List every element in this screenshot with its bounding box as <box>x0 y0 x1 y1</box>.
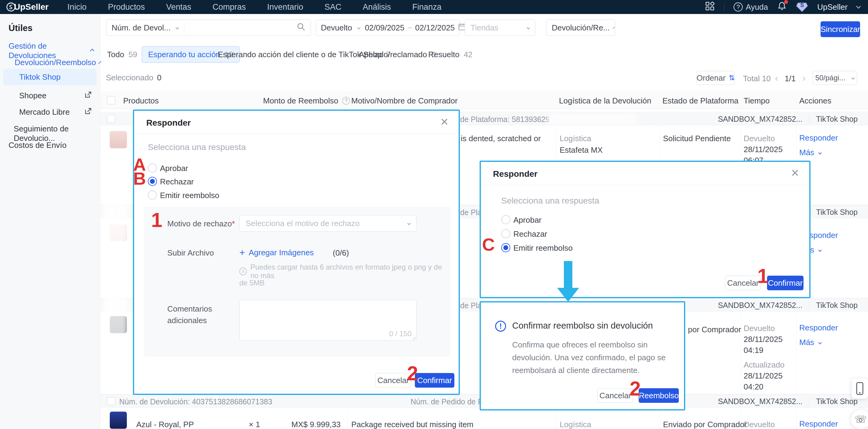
refund-amount: MX$ 9.999,33 <box>271 420 341 429</box>
tab-count: 59 <box>128 50 137 59</box>
sidebar-item-seguimiento[interactable]: Seguimiento de Devolucio... <box>14 124 100 143</box>
tab-apelado-reclamado[interactable]: Apelado/reclamado 0 <box>359 46 436 63</box>
page-next-icon[interactable]: › <box>802 72 806 84</box>
close-icon[interactable]: × <box>440 115 448 128</box>
account-name[interactable]: UpSeller <box>817 2 848 12</box>
tab-resuelto[interactable]: Resuelto 42 <box>428 46 473 63</box>
page-size-select[interactable]: 50/pági... <box>813 71 857 85</box>
sidebar-item-costos-envio[interactable]: Costos de Envío <box>8 141 67 150</box>
stores-select[interactable]: Tiendas <box>465 20 535 36</box>
contact-phone-widget[interactable]: ☏ <box>851 409 868 429</box>
response-prompt: Selecciona una respuesta <box>148 143 246 152</box>
modal-divider <box>134 134 459 134</box>
store-name: SANDBOX_MX742852... <box>718 115 802 124</box>
radio-label-emitir[interactable]: Emitir reembolso <box>160 191 219 200</box>
date-type-value: Devuelto <box>321 23 352 33</box>
account-chevron-down-icon[interactable] <box>856 4 861 8</box>
sidebar-item-mercado-libre[interactable]: Mercado Libre <box>19 107 92 117</box>
tab-todo[interactable]: Todo 59 <box>107 46 137 63</box>
refund-button[interactable]: Reembolso <box>639 388 679 403</box>
radio-label-aprobar[interactable]: Aprobar <box>160 164 188 173</box>
sidebar-item-tiktok-shop[interactable]: Tiktok Shop <box>3 69 97 85</box>
chevron-down-icon <box>613 27 615 29</box>
date-range-picker[interactable]: 02/09/2025 ~ 02/12/2025 <box>365 23 466 33</box>
nav-item-productos[interactable]: Productos <box>108 2 145 12</box>
reason-placeholder: Selecciona el motivo de rechazo <box>246 219 360 228</box>
select-all-checkbox[interactable] <box>107 96 115 104</box>
cancel-button[interactable]: Cancelar <box>597 388 633 403</box>
radio-label-emitir[interactable]: Emitir reembolso <box>514 243 573 253</box>
radio-aprobar[interactable] <box>501 215 510 224</box>
reason-field-label: Motivo de rechazo* <box>167 219 235 228</box>
respond-link[interactable]: Responder <box>799 323 838 333</box>
time-date: 28/11/2025 <box>744 145 782 154</box>
nav-item-finanza[interactable]: Finanza <box>412 2 441 12</box>
radio-rechazar[interactable] <box>148 177 157 186</box>
upload-hint-line1: Puedes cargar hasta 6 archivos en format… <box>250 263 451 280</box>
cancel-button[interactable]: Cancelar <box>725 276 761 290</box>
nav-item-inicio[interactable]: Inicio <box>67 2 87 12</box>
cancel-button[interactable]: Cancelar <box>375 373 411 388</box>
confirm-button[interactable]: Confirmar <box>415 373 454 388</box>
annotation-1-refund: 1 <box>757 266 769 286</box>
apps-grid-icon[interactable] <box>705 1 715 13</box>
row-checkbox[interactable] <box>107 397 115 405</box>
notifications-bell-icon[interactable] <box>777 1 787 13</box>
return-type-value: Devolución/Re... <box>552 23 610 33</box>
respond-link[interactable]: Responder <box>799 419 838 429</box>
sidebar-item-shopee[interactable]: Shopee <box>19 91 92 101</box>
sort-button[interactable]: Ordenar ⇅ <box>696 71 735 85</box>
sidebar-item-gestion-devoluciones[interactable]: Gestión de Devoluciones <box>8 41 94 60</box>
radio-rechazar[interactable] <box>501 229 510 238</box>
nav-item-analisis[interactable]: Análisis <box>363 2 391 12</box>
platform-status: por Comprador <box>688 325 741 334</box>
more-link[interactable]: Más <box>799 338 821 347</box>
external-link-icon <box>84 107 92 117</box>
blur-overlay <box>548 113 639 125</box>
time-label: Devuelto <box>744 134 775 143</box>
radio-aprobar[interactable] <box>148 163 157 173</box>
radio-label-rechazar[interactable]: Rechazar <box>514 229 547 239</box>
required-asterisk: * <box>232 219 235 228</box>
nav-item-inventario[interactable]: Inventario <box>267 2 303 12</box>
page-prev-icon[interactable]: ‹ <box>775 72 778 84</box>
tab-count: 42 <box>464 50 473 59</box>
help-button[interactable]: ? Ayuda <box>734 2 768 12</box>
annotation-c: C <box>482 236 495 253</box>
return-type-select[interactable]: Devolución/Re... <box>546 20 615 36</box>
time-label: Devuelto <box>744 420 775 429</box>
time-date: 28/11/2025 <box>744 335 782 344</box>
monto-help-icon[interactable]: ? <box>342 97 350 105</box>
reject-reason-select[interactable]: Selecciona el motivo de rechazo <box>239 215 417 232</box>
confirm-modal-body: Confirma que ofreces el reembolso sin de… <box>512 338 666 377</box>
search-input[interactable] <box>184 23 297 33</box>
close-icon[interactable]: × <box>791 166 799 180</box>
radio-emitir-reembolso[interactable] <box>148 190 157 200</box>
nav-item-ventas[interactable]: Ventas <box>166 2 191 12</box>
radio-label-aprobar[interactable]: Aprobar <box>514 215 542 225</box>
tab-label: Resuelto <box>428 50 460 59</box>
blur-overlay <box>103 152 128 392</box>
platform-status: Solicitud Pendiente <box>663 134 731 143</box>
platform-status: Enviado por Comprador <box>663 420 747 429</box>
more-link[interactable]: Más <box>799 148 821 157</box>
selected-label: Seleccionado <box>106 73 153 83</box>
comments-label-line2: adicionales <box>167 316 207 325</box>
add-images-button[interactable]: + Agregar Imágenes <box>239 247 314 258</box>
confirm-button[interactable]: Confirmar <box>767 276 804 290</box>
nav-item-compras[interactable]: Compras <box>213 2 246 12</box>
sync-button[interactable]: Sincronizar <box>820 21 860 37</box>
sidebar-item-devolucion-reembolso[interactable]: Devolución/Reembolso <box>14 58 94 67</box>
chevron-down-icon <box>851 76 855 80</box>
mobile-app-widget[interactable] <box>851 378 868 399</box>
date-type-select[interactable]: Devuelto <box>316 23 365 33</box>
respond-link[interactable]: Responder <box>799 133 838 143</box>
account-avatar[interactable]: S <box>796 2 808 12</box>
search-category-select[interactable]: Núm. de Devol... <box>106 23 184 33</box>
radio-emitir-reembolso[interactable] <box>501 243 510 252</box>
annotation-2-reject: 2 <box>407 363 418 384</box>
row-checkbox[interactable] <box>107 115 115 123</box>
search-icon[interactable] <box>297 22 306 33</box>
radio-label-rechazar[interactable]: Rechazar <box>160 177 194 186</box>
nav-item-sac[interactable]: SAC <box>324 2 342 12</box>
